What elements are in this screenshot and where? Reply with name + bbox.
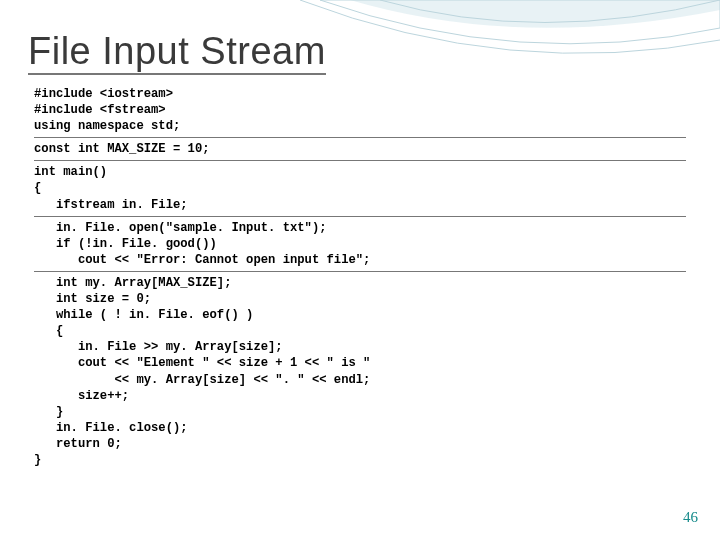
code-block-loop: int my. Array[MAX_SIZE]; int size = 0; w… [34, 275, 686, 468]
code-block-includes: #include <iostream> #include <fstream> u… [34, 86, 686, 134]
separator [34, 271, 686, 272]
code-block-const: const int MAX_SIZE = 10; [34, 141, 686, 157]
code-block-main-start: int main() { ifstream in. File; [34, 164, 686, 212]
page-number: 46 [683, 509, 698, 526]
separator [34, 160, 686, 161]
separator [34, 216, 686, 217]
separator [34, 137, 686, 138]
slide-title: File Input Stream [28, 30, 326, 75]
code-block-open: in. File. open("sample. Input. txt"); if… [34, 220, 686, 268]
code-content: #include <iostream> #include <fstream> u… [34, 86, 686, 468]
